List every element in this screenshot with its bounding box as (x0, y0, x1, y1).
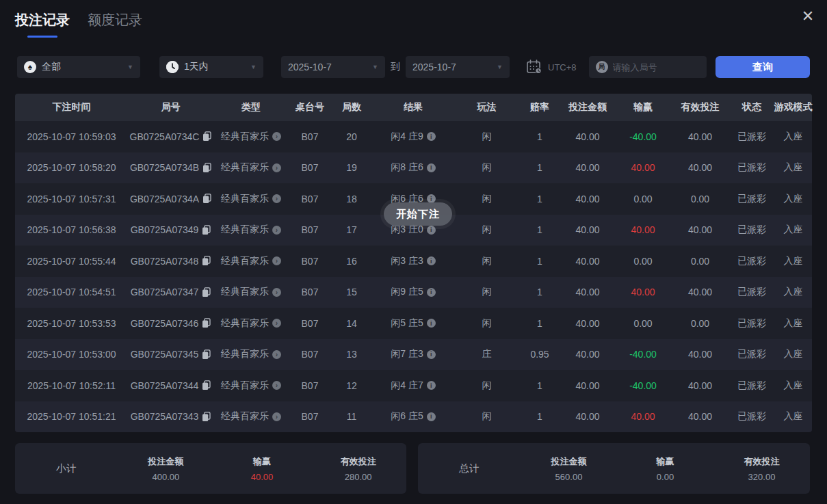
summary-item-label: 输赢 (214, 455, 311, 468)
round-id-text: GB0725A07348 (131, 256, 199, 267)
result-info-icon[interactable]: i (427, 288, 436, 297)
copy-icon[interactable] (202, 380, 211, 390)
copy-icon[interactable] (202, 412, 211, 422)
result-info-icon[interactable]: i (427, 381, 436, 390)
table-number-text: B07 (302, 162, 319, 173)
game-type-text: 经典百家乐 (221, 193, 269, 205)
game-info-icon[interactable]: › (272, 226, 281, 235)
game-mode-text: 入座 (784, 193, 803, 205)
round-id: GB0725A07349 (128, 215, 213, 246)
tab-quota-records[interactable]: 额度记录 (88, 11, 142, 38)
date-from-select[interactable]: 2025-10-7 ▼ (281, 56, 385, 78)
win-loss: 0.00 (615, 246, 671, 277)
result: 闲5 庄5i (372, 308, 454, 339)
timezone-display: UTC+8 (526, 59, 577, 75)
bet-time-text: 2025-10-07 10:57:31 (27, 194, 116, 204)
win-loss-text: 0.00 (633, 256, 652, 267)
win-loss: 40.00 (615, 277, 671, 308)
copy-icon[interactable] (202, 131, 211, 142)
game-info-icon[interactable]: › (272, 132, 281, 141)
round-id: GB0725A0734C (128, 121, 213, 152)
result: 闲8 庄6i (372, 152, 454, 184)
game-info-icon[interactable]: › (272, 163, 281, 172)
game-type: 经典百家乐› (213, 121, 289, 152)
query-button[interactable]: 查询 (716, 56, 810, 78)
column-header: 桌台号 (289, 94, 331, 121)
valid-bet-text: 40.00 (688, 380, 712, 391)
tab-bar: 投注记录 额度记录 (15, 11, 142, 38)
valid-bet-text: 40.00 (688, 349, 712, 360)
round-number: 11 (331, 401, 372, 433)
valid-bet: 0.00 (671, 183, 729, 215)
win-loss-text: 40.00 (631, 411, 655, 422)
game-type-text: 经典百家乐 (221, 224, 269, 236)
result-info-icon[interactable]: i (427, 132, 436, 141)
valid-bet-text: 40.00 (688, 411, 712, 422)
result-info-icon[interactable]: i (427, 256, 436, 265)
subtotal-label: 小计 (15, 462, 118, 475)
table-number-text: B07 (302, 256, 319, 267)
result-info-icon[interactable]: i (427, 319, 436, 328)
bet-amount-text: 40.00 (575, 256, 599, 267)
bet-time-text: 2025-10-07 10:52:11 (27, 380, 116, 391)
bet-amount: 40.00 (560, 183, 615, 215)
game-info-icon[interactable]: › (272, 381, 281, 390)
round-id-text: GB0725A07343 (131, 411, 199, 422)
status: 已派彩 (729, 246, 774, 277)
game-info-icon[interactable]: › (272, 319, 281, 328)
game-type: 经典百家乐› (213, 215, 289, 246)
round-number-text: 12 (346, 380, 357, 391)
result-info-icon[interactable]: i (427, 412, 436, 421)
game-type-text: 经典百家乐 (221, 131, 269, 143)
records-table: 下注时间局号类型桌台号局数结果玩法赔率投注金额输赢有效投注状态游戏模式 2025… (15, 94, 812, 432)
result-info-icon[interactable]: i (427, 163, 436, 172)
round-id: GB0725A07346 (128, 308, 213, 339)
status: 已派彩 (729, 370, 774, 401)
copy-icon[interactable] (202, 287, 211, 297)
bet-time-text: 2025-10-07 10:51:21 (27, 411, 116, 422)
copy-icon[interactable] (202, 256, 211, 266)
play-type: 闲 (454, 215, 519, 246)
result-info-icon[interactable]: i (427, 350, 436, 359)
status: 已派彩 (729, 339, 774, 371)
odds: 1 (519, 246, 560, 277)
round-search-input[interactable] (613, 62, 700, 72)
tab-betting-records[interactable]: 投注记录 (15, 11, 70, 38)
game-type-select[interactable]: ♠ 全部 ▼ (17, 56, 140, 78)
game-info-icon[interactable]: › (272, 256, 281, 265)
odds-text: 1 (537, 380, 542, 391)
game-info-icon[interactable]: › (272, 194, 281, 203)
copy-icon[interactable] (202, 194, 211, 204)
table-number: B07 (289, 152, 331, 184)
game-info-icon[interactable]: › (272, 288, 281, 297)
valid-bet-text: 0.00 (691, 194, 709, 204)
copy-icon[interactable] (202, 163, 211, 173)
status-text: 已派彩 (737, 286, 766, 298)
game-info-icon[interactable]: › (272, 412, 281, 421)
date-to-select[interactable]: 2025-10-7 ▼ (406, 56, 510, 78)
summary-item-value: 400.00 (118, 472, 214, 482)
bet-time-text: 2025-10-07 10:59:03 (27, 131, 116, 142)
copy-icon[interactable] (202, 225, 211, 235)
close-icon[interactable]: ✕ (797, 5, 819, 27)
game-type-text: 经典百家乐 (221, 348, 269, 360)
time-range-select[interactable]: 1天内 ▼ (159, 56, 263, 78)
win-loss: 0.00 (615, 183, 671, 215)
copy-icon[interactable] (202, 349, 211, 360)
play-type: 闲 (454, 246, 519, 277)
game-mode: 入座 (774, 370, 812, 401)
game-info-icon[interactable]: › (272, 350, 281, 359)
game-type: 经典百家乐› (213, 370, 289, 401)
win-loss: 0.00 (615, 308, 671, 339)
play-type-text: 闲 (482, 193, 492, 205)
column-header: 类型 (213, 94, 289, 121)
round-number: 17 (331, 215, 372, 246)
summary-item: 投注金额560.00 (521, 455, 617, 482)
column-header: 游戏模式 (774, 94, 812, 121)
win-loss-text: 0.00 (633, 318, 652, 329)
odds-text: 1 (537, 256, 542, 267)
round-number-text: 11 (347, 411, 357, 422)
copy-icon[interactable] (202, 318, 211, 328)
result-info-icon[interactable]: i (427, 226, 436, 235)
column-header: 输赢 (615, 94, 671, 121)
